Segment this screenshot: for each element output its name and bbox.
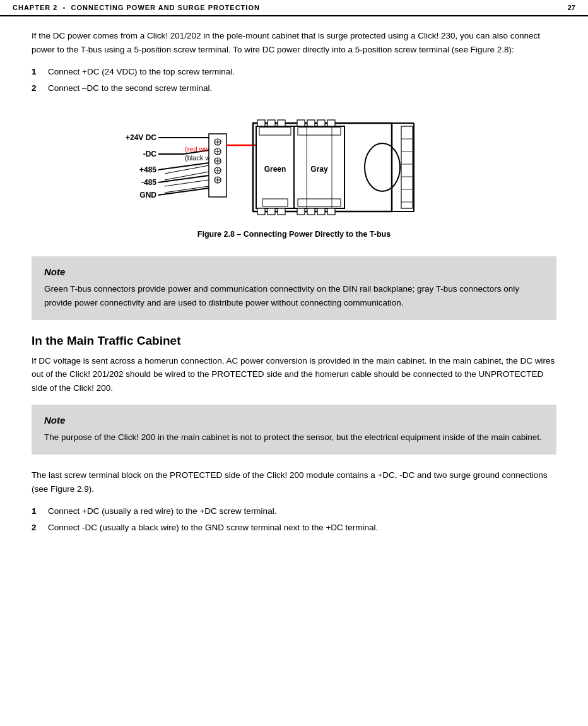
svg-rect-41 <box>298 128 341 135</box>
steps-list-2: 1 Connect +DC (usually a red wire) to th… <box>32 504 556 534</box>
page-number: 27 <box>568 4 575 11</box>
svg-rect-47 <box>257 120 265 126</box>
closing-paragraph: The last screw terminal block on the PRO… <box>32 468 556 496</box>
step-2-num: 2 <box>32 81 40 95</box>
svg-rect-57 <box>297 208 305 215</box>
svg-point-45 <box>365 143 400 191</box>
note-box-1: Note Green T-bus connectors provide powe… <box>32 256 556 319</box>
svg-text:-485: -485 <box>141 178 156 187</box>
step-4: 2 Connect -DC (usually a black wire) to … <box>32 521 556 535</box>
svg-rect-59 <box>317 208 325 215</box>
svg-rect-64 <box>401 126 413 208</box>
note-1-title: Note <box>44 266 544 277</box>
svg-text:+24V DC: +24V DC <box>126 133 156 142</box>
svg-rect-58 <box>307 208 315 215</box>
svg-rect-53 <box>327 120 335 126</box>
svg-rect-60 <box>327 208 335 215</box>
step-4-text: Connect -DC (usually a black wire) to th… <box>48 521 378 535</box>
svg-line-10 <box>158 163 209 170</box>
svg-line-12 <box>158 188 209 195</box>
svg-rect-52 <box>317 120 325 126</box>
note-2-title: Note <box>44 415 544 425</box>
svg-text:GND: GND <box>139 191 156 199</box>
note-box-2: Note The purpose of the Click! 200 in th… <box>32 405 556 455</box>
svg-rect-42 <box>298 199 341 206</box>
step-2-text: Connect –DC to the second screw terminal… <box>48 81 212 95</box>
svg-text:+485: +485 <box>139 165 156 174</box>
page-content: If the DC power comes from a Click! 201/… <box>0 16 588 559</box>
note-2-text: The purpose of the Click! 200 in the mai… <box>44 431 544 444</box>
figure-2-8-container: +24V DC -DC +485 -485 GND (red wire) (bl… <box>32 107 556 250</box>
svg-line-13 <box>165 165 209 174</box>
svg-rect-37 <box>262 199 288 206</box>
svg-rect-50 <box>297 120 305 126</box>
intro-paragraph: If the DC power comes from a Click! 201/… <box>32 29 556 56</box>
step-3-text: Connect +DC (usually a red wire) to the … <box>48 504 276 518</box>
step-2: 2 Connect –DC to the second screw termin… <box>32 81 556 95</box>
step-1-num: 1 <box>32 65 40 79</box>
step-3-num: 1 <box>32 504 40 518</box>
step-1-text: Connect +DC (24 VDC) to the top screw te… <box>48 65 235 79</box>
svg-text:Gray: Gray <box>310 165 328 174</box>
figure-2-8-diagram: +24V DC -DC +485 -485 GND (red wire) (bl… <box>111 107 477 227</box>
figure-2-8-caption: Figure 2.8 – Connecting Power Directly t… <box>197 230 391 239</box>
svg-text:-DC: -DC <box>143 150 157 158</box>
step-1: 1 Connect +DC (24 VDC) to the top screw … <box>32 65 556 79</box>
svg-rect-48 <box>268 120 275 126</box>
svg-rect-56 <box>278 208 285 215</box>
step-4-num: 2 <box>32 521 40 535</box>
svg-text:Green: Green <box>264 165 286 174</box>
svg-rect-36 <box>259 128 291 135</box>
svg-rect-51 <box>307 120 315 126</box>
step-3: 1 Connect +DC (usually a red wire) to th… <box>32 504 556 518</box>
svg-rect-49 <box>278 120 285 126</box>
svg-rect-54 <box>257 208 265 215</box>
section-2-heading: In the Main Traffic Cabinet <box>32 334 556 348</box>
chapter-label: CHAPTER 2 ▫ CONNECTING POWER AND SURGE P… <box>13 4 260 11</box>
svg-rect-55 <box>268 208 275 215</box>
page-header: CHAPTER 2 ▫ CONNECTING POWER AND SURGE P… <box>0 0 588 16</box>
section-2-text: If DC voltage is sent across a homerun c… <box>32 354 556 395</box>
note-1-text: Green T-bus connectors provide power and… <box>44 282 544 309</box>
steps-list-1: 1 Connect +DC (24 VDC) to the top screw … <box>32 65 556 95</box>
